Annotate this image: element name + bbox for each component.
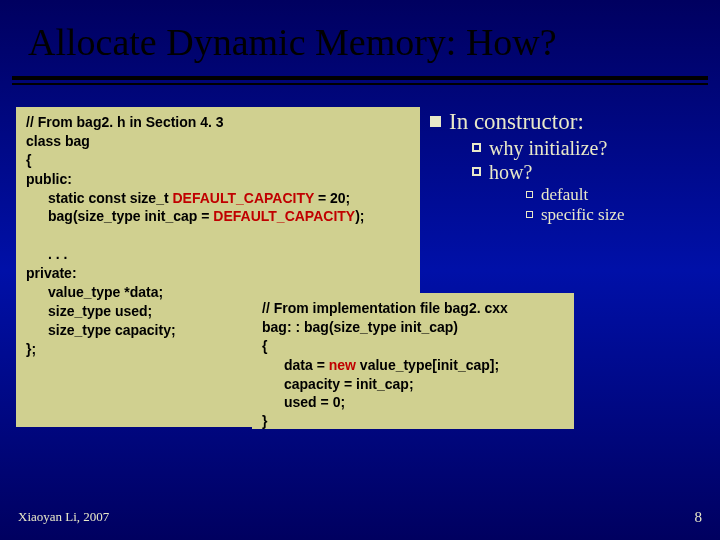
bullet-level-1: In constructor: bbox=[430, 109, 625, 135]
code-line: static const size_t DEFAULT_CAPACITY = 2… bbox=[26, 189, 410, 208]
code-line: capacity = init_cap; bbox=[262, 375, 564, 394]
code-line: . . . bbox=[26, 245, 410, 264]
code-line: data = new value_type[init_cap]; bbox=[262, 356, 564, 375]
bullet-text: why initialize? bbox=[489, 137, 607, 160]
code-line: { bbox=[26, 152, 31, 168]
code-line: // From implementation file bag2. cxx bbox=[262, 300, 508, 316]
bullet-level-3: specific size bbox=[526, 205, 625, 225]
bullet-icon bbox=[526, 211, 533, 218]
keyword-default-capacity: DEFAULT_CAPACITY bbox=[173, 190, 315, 206]
bullet-icon bbox=[526, 191, 533, 198]
code-line: class bag bbox=[26, 133, 90, 149]
bullet-list: In constructor: why initialize? how? def… bbox=[430, 109, 625, 225]
code-line: bag(size_type init_cap = DEFAULT_CAPACIT… bbox=[26, 207, 410, 226]
keyword-default-capacity: DEFAULT_CAPACITY bbox=[213, 208, 355, 224]
code-line: { bbox=[262, 338, 267, 354]
code-line: // From bag2. h in Section 4. 3 bbox=[26, 114, 224, 130]
bullet-level-2: why initialize? bbox=[472, 137, 625, 160]
code-line: bag: : bag(size_type init_cap) bbox=[262, 319, 458, 335]
footer-author: Xiaoyan Li, 2007 bbox=[18, 509, 109, 526]
bullet-level-3: default bbox=[526, 185, 625, 205]
keyword-new: new bbox=[329, 357, 356, 373]
footer: Xiaoyan Li, 2007 8 bbox=[18, 509, 702, 526]
bullet-level-2: how? bbox=[472, 161, 625, 184]
code-line: }; bbox=[26, 341, 36, 357]
title-underline-thick bbox=[12, 76, 708, 80]
bullet-icon bbox=[430, 116, 441, 127]
code-line: public: bbox=[26, 171, 72, 187]
code-line: private: bbox=[26, 265, 77, 281]
code-line: used = 0; bbox=[262, 393, 564, 412]
bullet-text: how? bbox=[489, 161, 532, 184]
content-area: // From bag2. h in Section 4. 3 class ba… bbox=[0, 85, 720, 505]
slide-title: Allocate Dynamic Memory: How? bbox=[0, 0, 720, 76]
code-line: } bbox=[262, 413, 267, 429]
page-number: 8 bbox=[695, 509, 703, 526]
bullet-text: default bbox=[541, 185, 588, 205]
bullet-text: In constructor: bbox=[449, 109, 584, 135]
bullet-text: specific size bbox=[541, 205, 625, 225]
code-block-implementation: // From implementation file bag2. cxx ba… bbox=[252, 293, 574, 429]
bullet-icon bbox=[472, 143, 481, 152]
bullet-icon bbox=[472, 167, 481, 176]
